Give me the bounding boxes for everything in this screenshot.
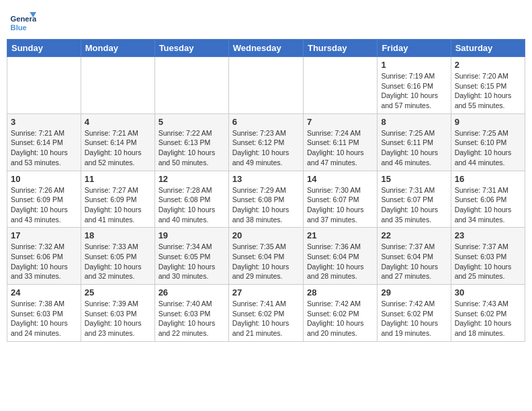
day-number: 19 (159, 230, 225, 240)
day-number: 15 (381, 174, 447, 184)
calendar-cell: 2Sunrise: 7:20 AM Sunset: 6:15 PM Daylig… (451, 57, 525, 114)
calendar-week-row: 24Sunrise: 7:38 AM Sunset: 6:03 PM Dayli… (7, 285, 525, 342)
day-info: Sunrise: 7:19 AM Sunset: 6:16 PM Dayligh… (381, 71, 447, 111)
calendar-table: SundayMondayTuesdayWednesdayThursdayFrid… (7, 39, 525, 342)
day-number: 29 (381, 287, 447, 298)
day-number: 27 (232, 287, 300, 298)
day-info: Sunrise: 7:43 AM Sunset: 6:02 PM Dayligh… (455, 299, 521, 338)
calendar-cell: 28Sunrise: 7:42 AM Sunset: 6:02 PM Dayli… (303, 285, 377, 342)
calendar-cell: 21Sunrise: 7:36 AM Sunset: 6:04 PM Dayli… (303, 228, 377, 285)
day-info: Sunrise: 7:32 AM Sunset: 6:06 PM Dayligh… (11, 242, 77, 281)
calendar-cell (228, 57, 303, 114)
calendar-cell: 18Sunrise: 7:33 AM Sunset: 6:05 PM Dayli… (81, 228, 154, 285)
day-info: Sunrise: 7:24 AM Sunset: 6:11 PM Dayligh… (307, 128, 373, 168)
day-info: Sunrise: 7:22 AM Sunset: 6:13 PM Dayligh… (159, 128, 225, 168)
calendar-header-row: SundayMondayTuesdayWednesdayThursdayFrid… (7, 40, 525, 57)
day-number: 3 (11, 117, 77, 127)
day-info: Sunrise: 7:26 AM Sunset: 6:09 PM Dayligh… (11, 185, 77, 225)
day-number: 23 (455, 230, 521, 240)
day-info: Sunrise: 7:35 AM Sunset: 6:04 PM Dayligh… (232, 242, 300, 281)
day-info: Sunrise: 7:33 AM Sunset: 6:05 PM Dayligh… (85, 242, 151, 281)
calendar-cell: 1Sunrise: 7:19 AM Sunset: 6:16 PM Daylig… (378, 57, 451, 114)
calendar-cell: 4Sunrise: 7:21 AM Sunset: 6:14 PM Daylig… (81, 113, 154, 171)
calendar-cell: 11Sunrise: 7:27 AM Sunset: 6:09 PM Dayli… (81, 171, 154, 228)
svg-text:Blue: Blue (11, 24, 27, 32)
day-info: Sunrise: 7:28 AM Sunset: 6:08 PM Dayligh… (159, 185, 225, 225)
day-info: Sunrise: 7:30 AM Sunset: 6:07 PM Dayligh… (307, 185, 373, 225)
day-info: Sunrise: 7:20 AM Sunset: 6:15 PM Dayligh… (455, 71, 521, 111)
calendar-header-saturday: Saturday (451, 40, 525, 57)
calendar-cell: 3Sunrise: 7:21 AM Sunset: 6:14 PM Daylig… (7, 113, 81, 171)
calendar-header-thursday: Thursday (303, 40, 377, 57)
day-number: 25 (85, 287, 151, 298)
day-info: Sunrise: 7:25 AM Sunset: 6:10 PM Dayligh… (455, 128, 521, 168)
day-number: 11 (85, 174, 151, 184)
day-number: 28 (307, 287, 373, 298)
calendar-cell: 29Sunrise: 7:42 AM Sunset: 6:02 PM Dayli… (378, 285, 451, 342)
calendar-cell: 13Sunrise: 7:29 AM Sunset: 6:08 PM Dayli… (228, 171, 303, 228)
calendar-header-monday: Monday (81, 40, 154, 57)
calendar-cell: 17Sunrise: 7:32 AM Sunset: 6:06 PM Dayli… (7, 228, 81, 285)
calendar-header-sunday: Sunday (7, 40, 81, 57)
calendar-cell: 26Sunrise: 7:40 AM Sunset: 6:03 PM Dayli… (154, 285, 228, 342)
day-info: Sunrise: 7:37 AM Sunset: 6:03 PM Dayligh… (455, 242, 521, 281)
day-number: 6 (232, 117, 300, 127)
day-number: 12 (159, 174, 225, 184)
calendar-cell: 27Sunrise: 7:41 AM Sunset: 6:02 PM Dayli… (228, 285, 303, 342)
day-number: 10 (11, 174, 77, 184)
day-number: 26 (159, 287, 225, 298)
calendar-cell: 15Sunrise: 7:31 AM Sunset: 6:07 PM Dayli… (378, 171, 451, 228)
day-number: 30 (455, 287, 521, 298)
day-info: Sunrise: 7:34 AM Sunset: 6:05 PM Dayligh… (159, 242, 225, 281)
day-info: Sunrise: 7:31 AM Sunset: 6:07 PM Dayligh… (381, 185, 447, 225)
calendar-cell: 23Sunrise: 7:37 AM Sunset: 6:03 PM Dayli… (451, 228, 525, 285)
day-number: 13 (232, 174, 300, 184)
calendar-cell: 22Sunrise: 7:37 AM Sunset: 6:04 PM Dayli… (378, 228, 451, 285)
calendar-cell: 30Sunrise: 7:43 AM Sunset: 6:02 PM Dayli… (451, 285, 525, 342)
calendar-cell: 20Sunrise: 7:35 AM Sunset: 6:04 PM Dayli… (228, 228, 303, 285)
day-info: Sunrise: 7:39 AM Sunset: 6:03 PM Dayligh… (85, 299, 151, 338)
calendar-header-friday: Friday (378, 40, 451, 57)
calendar-cell: 14Sunrise: 7:30 AM Sunset: 6:07 PM Dayli… (303, 171, 377, 228)
day-number: 9 (455, 117, 521, 127)
day-number: 5 (159, 117, 225, 127)
calendar-cell (154, 57, 228, 114)
day-number: 17 (11, 230, 77, 240)
day-info: Sunrise: 7:23 AM Sunset: 6:12 PM Dayligh… (232, 128, 300, 168)
calendar-cell: 12Sunrise: 7:28 AM Sunset: 6:08 PM Dayli… (154, 171, 228, 228)
calendar-cell: 6Sunrise: 7:23 AM Sunset: 6:12 PM Daylig… (228, 113, 303, 171)
calendar-cell: 25Sunrise: 7:39 AM Sunset: 6:03 PM Dayli… (81, 285, 154, 342)
day-number: 24 (11, 287, 77, 298)
calendar-cell: 24Sunrise: 7:38 AM Sunset: 6:03 PM Dayli… (7, 285, 81, 342)
day-number: 18 (85, 230, 151, 240)
day-info: Sunrise: 7:21 AM Sunset: 6:14 PM Dayligh… (85, 128, 151, 168)
day-number: 14 (307, 174, 373, 184)
day-info: Sunrise: 7:27 AM Sunset: 6:09 PM Dayligh… (85, 185, 151, 225)
calendar-cell (303, 57, 377, 114)
page-header: General Blue (7, 7, 525, 34)
calendar-cell (7, 57, 81, 114)
day-info: Sunrise: 7:21 AM Sunset: 6:14 PM Dayligh… (11, 128, 77, 168)
calendar-header-wednesday: Wednesday (228, 40, 303, 57)
calendar-week-row: 10Sunrise: 7:26 AM Sunset: 6:09 PM Dayli… (7, 171, 525, 228)
day-info: Sunrise: 7:36 AM Sunset: 6:04 PM Dayligh… (307, 242, 373, 281)
day-info: Sunrise: 7:41 AM Sunset: 6:02 PM Dayligh… (232, 299, 300, 338)
calendar-cell: 10Sunrise: 7:26 AM Sunset: 6:09 PM Dayli… (7, 171, 81, 228)
day-number: 4 (85, 117, 151, 127)
day-number: 16 (455, 174, 521, 184)
day-number: 1 (381, 60, 447, 70)
day-info: Sunrise: 7:37 AM Sunset: 6:04 PM Dayligh… (381, 242, 447, 281)
day-info: Sunrise: 7:31 AM Sunset: 6:06 PM Dayligh… (455, 185, 521, 225)
day-number: 22 (381, 230, 447, 240)
day-info: Sunrise: 7:42 AM Sunset: 6:02 PM Dayligh… (381, 299, 447, 338)
day-number: 20 (232, 230, 300, 240)
calendar-week-row: 17Sunrise: 7:32 AM Sunset: 6:06 PM Dayli… (7, 228, 525, 285)
day-info: Sunrise: 7:25 AM Sunset: 6:11 PM Dayligh… (381, 128, 447, 168)
calendar-week-row: 1Sunrise: 7:19 AM Sunset: 6:16 PM Daylig… (7, 57, 525, 114)
logo: General Blue (9, 7, 39, 34)
calendar-cell: 8Sunrise: 7:25 AM Sunset: 6:11 PM Daylig… (378, 113, 451, 171)
calendar-cell: 16Sunrise: 7:31 AM Sunset: 6:06 PM Dayli… (451, 171, 525, 228)
day-info: Sunrise: 7:29 AM Sunset: 6:08 PM Dayligh… (232, 185, 300, 225)
calendar-cell (81, 57, 154, 114)
day-info: Sunrise: 7:42 AM Sunset: 6:02 PM Dayligh… (307, 299, 373, 338)
